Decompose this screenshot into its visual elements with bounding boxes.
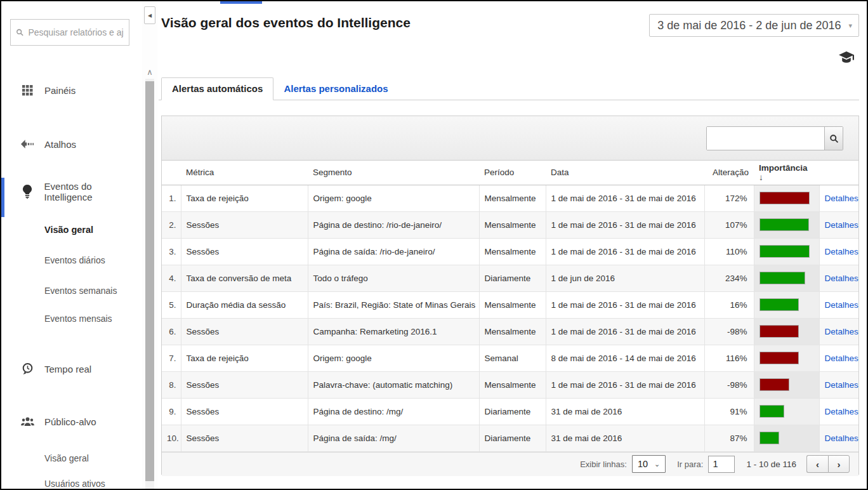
details-link[interactable]: Detalhes: [825, 300, 858, 310]
sidebar-item-eventos-intelligence[interactable]: Eventos do Intelligence: [1, 181, 141, 202]
period-cell: Mensalmente: [479, 371, 546, 398]
col-metrica[interactable]: Métrica: [181, 161, 308, 185]
details-link[interactable]: Detalhes: [825, 247, 858, 256]
sidebar-subitem-eventos-diarios[interactable]: Eventos diários: [44, 255, 105, 265]
table-row: 7. Taxa de rejeição Origem: google Seman…: [162, 345, 858, 371]
table-header-row: Métrica Segmento Período Data Alteração …: [162, 161, 858, 185]
sidebar-collapse-button[interactable]: ◀: [144, 6, 155, 24]
next-page-button[interactable]: ›: [828, 455, 850, 473]
change-cell: -98%: [704, 318, 754, 345]
row-number: 1.: [162, 185, 181, 211]
details-link[interactable]: Detalhes: [825, 354, 858, 363]
date-range-selector[interactable]: 3 de mai de 2016 - 2 de jun de 2016 ▾: [649, 14, 859, 37]
col-alteracao[interactable]: Alteração: [704, 161, 754, 185]
importance-cell: [754, 345, 819, 371]
importance-cell: [754, 398, 819, 425]
sidebar-item-publico-alvo[interactable]: Público-alvo: [1, 411, 141, 432]
alerts-table-card: Métrica Segmento Período Data Alteração …: [161, 116, 859, 475]
segment-cell: Todo o tráfego: [308, 265, 479, 291]
goto-page-input[interactable]: [708, 456, 735, 473]
col-periodo[interactable]: Período: [479, 161, 546, 185]
table-row: 3. Sessões Página de saída: /rio-de-jane…: [162, 238, 858, 265]
importance-cell: [754, 185, 819, 211]
importance-bar: [760, 298, 799, 311]
sidebar-subitem-eventos-mensais[interactable]: Eventos mensais: [44, 314, 112, 324]
details-link[interactable]: Detalhes: [825, 407, 858, 416]
details-cell: Detalhes: [819, 185, 858, 211]
details-cell: Detalhes: [819, 371, 858, 398]
sidebar-search-box[interactable]: [10, 19, 129, 46]
table-row: 5. Duração média da sessão País: Brazil,…: [162, 291, 858, 318]
sidebar-subitem-visao-geral[interactable]: Visão geral: [44, 225, 93, 235]
importance-bar: [760, 245, 810, 258]
period-cell: Mensalmente: [479, 185, 546, 211]
prev-page-button[interactable]: ‹: [806, 455, 828, 473]
importance-cell: [754, 265, 819, 291]
audience-people-icon: [20, 416, 34, 427]
sidebar-item-paineis[interactable]: Painéis: [1, 79, 141, 101]
tab-alertas-personalizados[interactable]: Alertas personalizados: [273, 78, 398, 100]
importance-bar: [760, 352, 799, 364]
sidebar-subitem-usuarios-ativos[interactable]: Usuários ativos: [44, 479, 105, 489]
table-row: 9. Sessões Página de destino: /mg/ Diari…: [162, 398, 858, 425]
date-cell: 1 de mai de 2016 - 31 de mai de 2016: [546, 211, 704, 238]
sort-desc-icon: ↓: [759, 173, 763, 182]
sidebar-subitem-publico-visao-geral[interactable]: Visão geral: [44, 453, 89, 463]
table-row: 6. Sessões Campanha: Remarketing 2016.1 …: [162, 318, 858, 345]
scrollbar-track[interactable]: [145, 79, 154, 489]
sidebar-search-input[interactable]: [28, 27, 124, 37]
col-segmento[interactable]: Segmento: [308, 161, 479, 185]
row-number: 7.: [162, 345, 181, 371]
details-link[interactable]: Detalhes: [825, 380, 858, 390]
pager: ‹ ›: [806, 455, 850, 473]
details-link[interactable]: Detalhes: [825, 194, 858, 203]
scroll-up-arrow[interactable]: ∧: [142, 67, 157, 77]
table-search-button[interactable]: [824, 127, 843, 150]
row-number: 2.: [162, 211, 181, 238]
sidebar-item-tempo-real[interactable]: Tempo real: [1, 358, 141, 380]
scrollbar-thumb[interactable]: [145, 81, 154, 481]
table-row: 8. Sessões Palavra-chave: (automatic mat…: [162, 371, 858, 398]
table-toolbar: [162, 116, 858, 161]
metric-cell: Sessões: [181, 318, 308, 345]
details-cell: Detalhes: [819, 265, 858, 291]
alert-tabs: Alertas automáticos Alertas personalizad…: [159, 78, 859, 100]
details-link[interactable]: Detalhes: [825, 327, 858, 336]
metric-cell: Sessões: [181, 371, 308, 398]
date-cell: 31 de mai de 2016: [546, 425, 704, 451]
search-icon: [16, 28, 23, 37]
rows-per-page-value: 10: [638, 459, 648, 469]
intelligence-gradcap-icon[interactable]: [839, 51, 854, 67]
col-importancia[interactable]: Importância ↓: [754, 161, 819, 185]
segment-cell: Página de saída: /rio-de-janeiro/: [308, 238, 479, 265]
details-link[interactable]: Detalhes: [825, 220, 858, 230]
lightbulb-icon: [20, 185, 34, 199]
dropdown-caret-icon: ▾: [848, 22, 852, 30]
table-search-box: [706, 126, 843, 150]
col-data[interactable]: Data: [546, 161, 704, 185]
table-search-input[interactable]: [707, 127, 824, 150]
row-number: 4.: [162, 265, 181, 291]
importance-bar: [760, 378, 789, 391]
change-cell: 16%: [704, 291, 754, 318]
segment-cell: País: Brazil, Região: State of Minas Ger…: [308, 291, 479, 318]
tab-alertas-automaticos[interactable]: Alertas automáticos: [161, 77, 273, 100]
sidebar-subitem-eventos-semanais[interactable]: Eventos semanais: [44, 286, 117, 296]
change-cell: 110%: [704, 238, 754, 265]
row-number: 8.: [162, 371, 181, 398]
date-range-text: 3 de mai de 2016 - 2 de jun de 2016: [657, 19, 841, 32]
details-link[interactable]: Detalhes: [825, 434, 858, 443]
period-cell: Mensalmente: [479, 238, 546, 265]
importance-cell: [754, 425, 819, 451]
metric-cell: Duração média da sessão: [181, 291, 308, 318]
period-cell: Diariamente: [479, 425, 546, 451]
segment-cell: Página de destino: /rio-de-janeiro/: [308, 211, 479, 238]
row-number: 6.: [162, 318, 181, 345]
metric-cell: Sessões: [181, 398, 308, 425]
details-link[interactable]: Detalhes: [825, 274, 858, 283]
metric-cell: Taxa de rejeição: [181, 345, 308, 371]
rows-per-page-select[interactable]: 10 ⌄: [632, 455, 666, 473]
importance-cell: [754, 238, 819, 265]
date-cell: 1 de mai de 2016 - 31 de mai de 2016: [546, 371, 704, 398]
sidebar-item-atalhos[interactable]: Atalhos: [1, 133, 141, 155]
